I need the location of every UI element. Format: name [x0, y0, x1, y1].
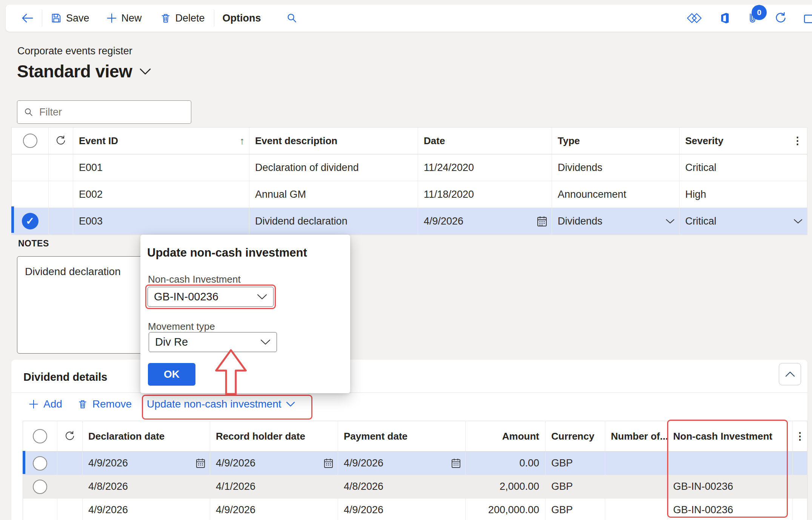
- options-button[interactable]: Options: [223, 12, 261, 24]
- refresh-grid-button[interactable]: [57, 421, 83, 451]
- cell-event-id[interactable]: E003: [73, 208, 249, 234]
- cell-currency[interactable]: GBP: [546, 452, 605, 475]
- cell-type[interactable]: Announcement: [552, 181, 680, 208]
- cell-declaration-date[interactable]: 4/9/2026: [83, 452, 210, 475]
- column-header-number-of[interactable]: Number of...: [605, 421, 667, 451]
- delete-button[interactable]: Delete: [160, 12, 205, 24]
- cell-payment-date[interactable]: 4/8/2026: [338, 475, 466, 498]
- row-checkbox[interactable]: [12, 181, 49, 208]
- cell-record-holder-date[interactable]: 4/9/2026: [210, 452, 338, 475]
- row-radio[interactable]: [23, 498, 57, 520]
- cell-date[interactable]: 11/24/2020: [418, 154, 552, 181]
- cell-event-description[interactable]: Annual GM: [249, 181, 418, 208]
- cell-non-cash-investment[interactable]: [667, 452, 793, 475]
- refresh-button[interactable]: [774, 12, 787, 25]
- dividend-row-3[interactable]: 4/9/2026 4/9/2026 4/9/2026 200,000.00 GB…: [23, 498, 807, 520]
- movement-type-dropdown[interactable]: Div Re: [149, 332, 277, 352]
- calendar-icon[interactable]: [324, 458, 333, 468]
- back-arrow-icon: [21, 12, 34, 24]
- power-apps-button[interactable]: [687, 12, 702, 24]
- page-caption: Corporate events register: [17, 45, 132, 57]
- cell-payment-date[interactable]: 4/9/2026: [338, 452, 466, 475]
- dividend-row-1-selected[interactable]: 4/9/2026 4/9/2026 4/9/2026 0.00 GBP: [23, 452, 807, 475]
- cell-amount[interactable]: 200,000.00: [466, 498, 546, 520]
- movement-type-label: Movement type: [148, 321, 215, 332]
- more-options-icon[interactable]: ⋮: [792, 135, 803, 147]
- cell-number-of[interactable]: [605, 452, 667, 475]
- search-button[interactable]: [286, 12, 297, 24]
- cell-event-id[interactable]: E001: [73, 154, 249, 181]
- view-title-row: Standard view: [17, 61, 151, 82]
- chevron-down-icon: [260, 339, 271, 345]
- column-header-severity[interactable]: Severity ⋮: [680, 128, 807, 154]
- cell-event-id[interactable]: E002: [73, 181, 249, 208]
- chevron-down-icon[interactable]: [794, 219, 803, 224]
- row-radio[interactable]: [23, 475, 57, 498]
- add-line-button[interactable]: Add: [28, 398, 62, 410]
- filter-input[interactable]: [38, 106, 185, 118]
- office-apps-button[interactable]: [718, 12, 730, 24]
- chevron-down-icon[interactable]: [666, 219, 675, 224]
- row-radio[interactable]: [23, 452, 57, 475]
- refresh-grid-button[interactable]: [49, 128, 73, 154]
- cell-type-editable[interactable]: Dividends: [552, 208, 680, 234]
- save-button[interactable]: Save: [51, 12, 89, 24]
- open-in-new-window-button[interactable]: [804, 12, 812, 25]
- back-button[interactable]: [21, 12, 34, 24]
- calendar-icon[interactable]: [196, 458, 205, 468]
- column-header-type[interactable]: Type: [552, 128, 680, 154]
- update-non-cash-investment-menu-button[interactable]: Update non-cash investment: [147, 398, 295, 410]
- event-row-e003-selected[interactable]: ✓ E003 Dividend declaration 4/9/2026 Div…: [12, 208, 807, 235]
- cell-severity[interactable]: Critical: [680, 154, 807, 181]
- row-checkbox[interactable]: [12, 154, 49, 181]
- attachments-button[interactable]: 0: [747, 11, 758, 25]
- radio-circle-icon: [33, 480, 47, 494]
- dividend-row-2[interactable]: 4/8/2026 4/1/2026 4/8/2026 2,000.00 GBP …: [23, 475, 807, 498]
- view-selector-chevron-down-icon[interactable]: [140, 68, 151, 75]
- cell-type[interactable]: Dividends: [552, 154, 680, 181]
- cell-currency[interactable]: GBP: [546, 475, 605, 498]
- column-header-currency[interactable]: Currency: [546, 421, 605, 451]
- event-row-e002[interactable]: E002 Annual GM 11/18/2020 Announcement H…: [12, 181, 807, 208]
- select-all-checkbox[interactable]: [23, 421, 57, 451]
- cell-non-cash-investment[interactable]: GB-IN-00236: [667, 498, 793, 520]
- cell-date-editable[interactable]: 4/9/2026: [418, 208, 552, 234]
- more-options-icon[interactable]: ⋮: [793, 421, 807, 451]
- column-header-record-holder-date[interactable]: Record holder date: [210, 421, 338, 451]
- cell-event-description[interactable]: Dividend declaration: [249, 208, 418, 234]
- cell-declaration-date[interactable]: 4/9/2026: [83, 498, 210, 520]
- column-header-amount[interactable]: Amount: [466, 421, 546, 451]
- cell-amount[interactable]: 2,000.00: [466, 475, 546, 498]
- remove-line-button[interactable]: Remove: [77, 398, 132, 410]
- row-checkbox-checked[interactable]: ✓: [12, 208, 49, 234]
- cell-declaration-date[interactable]: 4/8/2026: [83, 475, 210, 498]
- column-header-payment-date[interactable]: Payment date: [338, 421, 466, 451]
- column-header-date[interactable]: Date: [418, 128, 552, 154]
- cell-severity[interactable]: High: [680, 181, 807, 208]
- collapse-section-button[interactable]: [779, 363, 801, 385]
- calendar-icon[interactable]: [451, 458, 461, 468]
- cell-currency[interactable]: GBP: [546, 498, 605, 520]
- cell-number-of[interactable]: [605, 475, 667, 498]
- non-cash-investment-label: Non-cash Investment: [148, 274, 241, 285]
- cell-number-of[interactable]: [605, 498, 667, 520]
- new-button[interactable]: New: [106, 12, 142, 24]
- calendar-icon[interactable]: [537, 216, 547, 227]
- cell-severity-editable[interactable]: Critical: [680, 208, 807, 234]
- non-cash-investment-dropdown[interactable]: GB-IN-00236: [148, 287, 274, 307]
- cell-event-description[interactable]: Declaration of dividend: [249, 154, 418, 181]
- column-header-event-description[interactable]: Event description: [249, 128, 418, 154]
- cell-payment-date[interactable]: 4/9/2026: [338, 498, 466, 520]
- cell-amount[interactable]: 0.00: [466, 452, 546, 475]
- cell-date[interactable]: 11/18/2020: [418, 181, 552, 208]
- sync-icon: [55, 135, 66, 146]
- cell-record-holder-date[interactable]: 4/9/2026: [210, 498, 338, 520]
- ok-button[interactable]: OK: [148, 363, 195, 386]
- column-header-event-id[interactable]: Event ID ↑: [73, 128, 249, 154]
- column-header-non-cash-investment[interactable]: Non-cash Investment: [667, 421, 793, 451]
- cell-record-holder-date[interactable]: 4/1/2026: [210, 475, 338, 498]
- event-row-e001[interactable]: E001 Declaration of dividend 11/24/2020 …: [12, 154, 807, 181]
- column-header-declaration-date[interactable]: Declaration date: [83, 421, 210, 451]
- select-all-checkbox[interactable]: [12, 128, 49, 154]
- cell-non-cash-investment[interactable]: GB-IN-00236: [667, 475, 793, 498]
